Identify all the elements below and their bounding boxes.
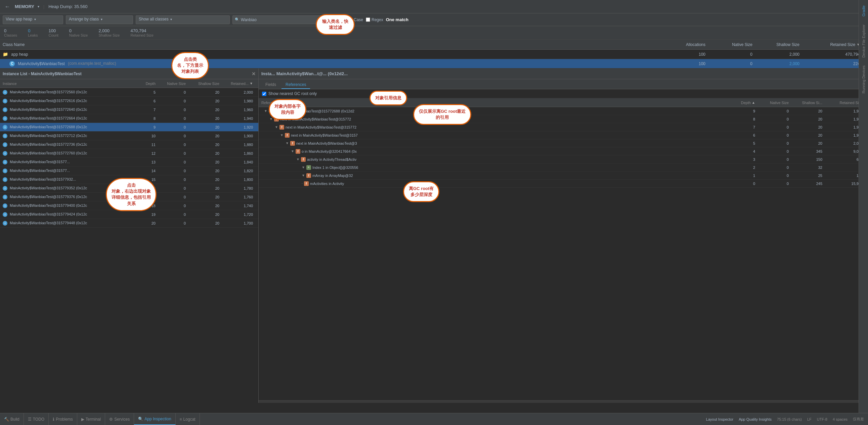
regex-checkbox[interactable] [366,18,370,22]
running-devices-sidebar[interactable]: Running Devices [860,63,867,96]
device-file-sidebar[interactable]: Device File Explorer [860,22,867,60]
layout-inspector-link[interactable]: Layout Inspector [706,417,733,421]
logcat-tab[interactable]: ≡ Logcat [176,413,200,425]
instance-row[interactable]: i MainActivity$WanbiaoTest@315779352 (0x… [0,184,258,193]
ref-row[interactable]: ▼ f mArray in ArrayMap@32 1 0 25 109 [259,171,868,179]
instance-native: 0 [158,177,188,182]
instance-panel-header: Instance List - MainActivity$WanbiaoTest… [0,68,258,79]
instance-shallow: 20 [188,108,222,112]
ref-row[interactable]: · f mActivities in Activity 0 0 245 15,9… [259,179,868,188]
gc-root-checkbox[interactable] [262,92,267,96]
native-mainactivity: 0 [711,61,758,66]
col-classname-header[interactable]: Class Name [3,42,664,47]
ref-depth: 4 [731,150,758,154]
ref-row[interactable]: ▼ i MainActivity$WanbiaoTest@315772688 (… [259,107,868,115]
instance-row[interactable]: i MainActivity$WanbiaoTest@31577932... 1… [0,175,258,184]
col-retained-header[interactable]: Retained Size ▼ [805,42,865,47]
todo-tab[interactable]: ☰ TODO [24,413,49,425]
view-app-heap-select[interactable]: View app heap ▾ [3,15,63,24]
expand-arrow-icon[interactable]: ▼ [275,125,278,129]
instance-row[interactable]: i MainActivity$WanbiaoTest@31577... 13 0… [0,158,258,166]
field-icon: f [290,141,295,146]
rcol-depth[interactable]: Depth ▲ [731,101,758,105]
rcol-ref[interactable]: Reference [261,101,731,105]
search-input[interactable] [241,18,331,22]
expand-arrow-icon[interactable]: ▼ [285,141,289,145]
back-button[interactable]: ← [3,3,12,10]
instance-shallow: 20 [188,186,222,190]
info-icon: i [3,142,7,147]
instance-row[interactable]: i MainActivity$WanbiaoTest@315779448 (0x… [0,219,258,228]
ref-row[interactable]: ▼ f o in MainActivity@320417664 (0x 4 0 … [259,148,868,156]
show-all-classes-select[interactable]: Show all classes ▾ [136,15,230,24]
instance-row[interactable]: i MainActivity$WanbiaoTest@315779376 (0x… [0,193,258,201]
expand-arrow-icon[interactable]: ▼ [270,117,273,121]
expand-arrow-icon[interactable]: · [302,182,303,185]
services-label: Services [114,417,130,422]
col-allocations-header[interactable]: Allocations [664,42,711,47]
ref-row[interactable]: ▼ f next in MainActivity$WanbiaoTest@3 5… [259,139,868,148]
memory-dropdown-arrow[interactable]: ▾ [38,5,39,8]
match-case-checkbox[interactable] [336,18,340,22]
instance-row[interactable]: i MainActivity$WanbiaoTest@315779400 (0x… [0,201,258,210]
terminal-tab[interactable]: ▶ Terminal [77,413,105,425]
instance-row[interactable]: i MainActivity$WanbiaoTest@315772664 (0x… [0,114,258,123]
class-row-appheap[interactable]: 📁 app heap 100 0 2,000 470,794 [0,50,868,59]
gradle-sidebar[interactable]: Gradle [860,3,867,19]
instance-row[interactable]: i MainActivity$WanbiaoTest@315772760 (0x… [0,149,258,158]
instance-row[interactable]: i MainActivity$WanbiaoTest@315772560 (0x… [0,88,258,97]
shallow-mainactivity: 2,000 [758,61,805,66]
info-icon: i [3,160,7,164]
class-row-mainactivity[interactable]: C MainActivity$WanbiaoTest (com.example.… [0,59,868,68]
icol-shallow[interactable]: Shallow Size [188,81,222,86]
regex-label[interactable]: Regex [366,18,383,22]
arrange-by-class-select[interactable]: Arrange by class ▾ [66,15,133,24]
instance-row[interactable]: i MainActivity$WanbiaoTest@31577... 14 0… [0,166,258,175]
col-shallow-header[interactable]: Shallow Size [758,42,805,47]
instance-row[interactable]: i MainActivity$WanbiaoTest@315779424 (0x… [0,210,258,219]
class-search-box[interactable]: 🔍 [232,15,333,24]
tab-references[interactable]: References [281,81,310,89]
icol-retained[interactable]: Retained... ▼ [222,81,256,86]
field-icon: f [304,181,309,186]
ref-row[interactable]: ▼ f next in MainActivity$WanbiaoTest@315… [259,115,868,123]
expand-arrow-icon[interactable]: ▼ [296,158,300,161]
app-quality-link[interactable]: App Quality Insights [739,417,772,421]
icol-native[interactable]: Native Size [158,81,188,86]
ref-row[interactable]: ▼ f next in MainActivity$WanbiaoTest@315… [259,131,868,139]
memory-label[interactable]: MEMORY [15,4,34,9]
ref-row[interactable]: ▼ ≡ Index 1 in Object[]@320556 2 0 32 32 [259,163,868,171]
instance-panel-close[interactable]: ✕ [252,71,256,76]
expand-arrow-icon[interactable]: ▼ [264,109,268,113]
rcol-native[interactable]: Native Size [758,101,792,105]
problems-tab[interactable]: ℹ Problems [49,413,77,425]
instance-row[interactable]: i MainActivity$WanbiaoTest@315772616 (0x… [0,97,258,105]
instance-row[interactable]: i MainActivity$WanbiaoTest@315772736 (0x… [0,140,258,149]
instance-row[interactable]: i MainActivity$WanbiaoTest@315772688 (0x… [0,123,258,132]
ref-native: 0 [758,133,792,137]
col-native-header[interactable]: Native Size [711,42,758,47]
tab-fields[interactable]: Fields [261,81,280,89]
expand-arrow-icon[interactable]: ▼ [302,173,305,177]
instance-depth: 10 [138,134,158,138]
instance-name: i MainActivity$WanbiaoTest@315772560 (0x… [3,90,138,95]
expand-arrow-icon[interactable]: ▼ [302,165,305,169]
ref-row[interactable]: ▼ f activity in ActivityThread$Activ 3 0… [259,156,868,163]
instance-native: 0 [158,108,188,112]
icol-depth[interactable]: Depth [138,81,158,86]
instance-retained: 1,700 [222,221,256,225]
match-case-label[interactable]: Match Case [336,18,363,22]
ref-row[interactable]: ▼ f next in MainActivity$WanbiaoTest@315… [259,123,868,131]
expand-arrow-icon[interactable]: ▼ [280,133,283,137]
instance-name: i MainActivity$WanbiaoTest@315779448 (0x… [3,221,138,226]
services-tab[interactable]: ⚙ Services [105,413,134,425]
app-inspection-tab[interactable]: 🔍 App Inspection [134,413,175,425]
scrollbar[interactable] [259,400,868,403]
expand-arrow-icon[interactable]: ▼ [291,150,294,153]
instance-row[interactable]: i MainActivity$WanbiaoTest@315772712 (0x… [0,132,258,140]
build-tab[interactable]: 🔨 Build [0,413,24,425]
instance-row[interactable]: i MainActivity$WanbiaoTest@315772640 (0x… [0,105,258,114]
info-icon: i [3,99,7,103]
rcol-shallow[interactable]: Shallow Si... [792,101,825,105]
stats-row: 0 Classes 0 Leaks 100 Count 0 Native Siz… [0,26,868,40]
